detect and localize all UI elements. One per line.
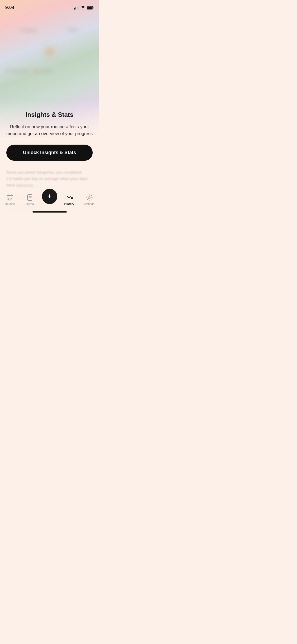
settings-icon xyxy=(86,194,93,201)
svg-line-13 xyxy=(54,56,57,59)
tab-settings-label: Settings xyxy=(84,202,95,205)
svg-rect-2 xyxy=(77,6,78,10)
modal-description: Reflect on how your routine affects your… xyxy=(6,123,93,137)
tab-history-label: History xyxy=(64,202,74,205)
svg-rect-0 xyxy=(74,8,75,10)
status-time: 9:04 xyxy=(5,5,14,10)
journal-icon xyxy=(26,194,33,201)
tab-add[interactable]: + xyxy=(42,193,58,204)
modal-card: Insights & Stats Reflect on how your rou… xyxy=(0,111,99,161)
bg-tabs: Insights Stats xyxy=(0,12,99,38)
bg-stats-tab: Stats xyxy=(68,27,78,33)
bg-stats-text: In the past 7 days you... xyxy=(0,62,99,80)
tab-routine[interactable]: Routine xyxy=(2,194,18,205)
svg-point-20 xyxy=(8,198,9,199)
plus-icon: + xyxy=(47,192,51,200)
svg-rect-26 xyxy=(27,195,28,200)
svg-point-30 xyxy=(88,197,90,199)
unlock-button[interactable]: Unlock Insights & Stats xyxy=(6,145,93,161)
bg-awesome-text: awesome xyxy=(16,183,33,187)
bg-insights-tab: Insights xyxy=(21,27,37,33)
battery-icon xyxy=(87,6,94,10)
svg-rect-5 xyxy=(93,7,94,8)
svg-rect-1 xyxy=(76,7,76,10)
svg-rect-6 xyxy=(87,7,92,9)
svg-line-15 xyxy=(43,56,45,59)
sun-icon xyxy=(39,41,60,62)
svg-point-24 xyxy=(10,199,10,200)
svg-line-14 xyxy=(54,44,57,47)
svg-point-22 xyxy=(11,198,12,199)
svg-rect-25 xyxy=(28,195,32,200)
tab-settings[interactable]: Settings xyxy=(81,194,97,205)
bg-days-highlight: 7 days xyxy=(29,68,43,73)
bg-since-text: Since you joined Tangerine, you complete… xyxy=(6,169,93,188)
home-indicator xyxy=(32,211,67,213)
svg-line-12 xyxy=(43,44,45,47)
routine-icon xyxy=(7,194,13,201)
svg-point-7 xyxy=(45,47,54,56)
add-button[interactable]: + xyxy=(42,189,57,204)
svg-point-21 xyxy=(10,198,10,199)
history-icon xyxy=(66,194,73,201)
wifi-icon xyxy=(81,6,85,10)
signal-icon xyxy=(74,6,79,10)
svg-rect-3 xyxy=(78,6,79,10)
tab-history[interactable]: History xyxy=(62,194,77,205)
tab-journal[interactable]: Journal xyxy=(22,194,38,205)
tab-routine-label: Routine xyxy=(5,202,15,205)
tab-journal-label: Journal xyxy=(25,202,34,205)
status-bar: 9:04 xyxy=(0,0,99,12)
status-icons xyxy=(74,6,94,10)
modal-title: Insights & Stats xyxy=(6,111,93,119)
svg-point-23 xyxy=(8,199,9,200)
